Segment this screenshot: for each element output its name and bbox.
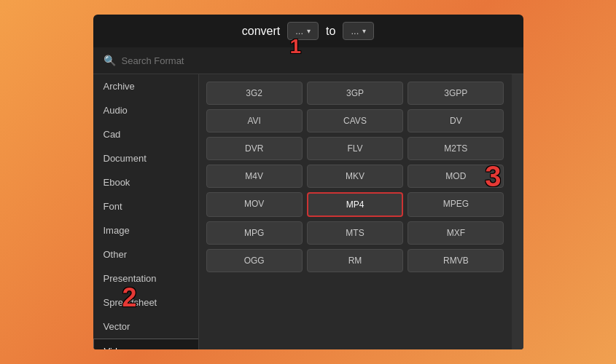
category-item-presentation[interactable]: Presentation <box>93 266 198 290</box>
category-item-video[interactable]: Video› <box>93 339 198 349</box>
search-icon: 🔍 <box>104 55 116 66</box>
format-btn-mts[interactable]: MTS <box>307 221 403 245</box>
main-content: ArchiveAudioCadDocumentEbookFontImageOth… <box>93 74 523 349</box>
top-bar: convert ... ▾ to ... ▾ 1 <box>93 15 523 47</box>
format-btn-mpeg[interactable]: MPEG <box>408 192 504 217</box>
search-input[interactable] <box>122 55 513 66</box>
category-item-spreadsheet[interactable]: Spreadsheet <box>93 290 198 314</box>
category-item-document[interactable]: Document <box>93 146 198 170</box>
category-item-image[interactable]: Image <box>93 218 198 242</box>
category-item-other[interactable]: Other <box>93 242 198 266</box>
dropdown-panel: 🔍 ArchiveAudioCadDocumentEbookFontImageO… <box>93 47 523 349</box>
categories-sidebar: ArchiveAudioCadDocumentEbookFontImageOth… <box>93 74 199 349</box>
arrow-right-icon: › <box>185 347 188 350</box>
convert-label: convert <box>242 25 280 38</box>
category-item-font[interactable]: Font <box>93 194 198 218</box>
format-btn-3g2[interactable]: 3G2 <box>206 82 303 105</box>
format-btn-mov[interactable]: MOV <box>206 192 303 217</box>
format-dropdown-2[interactable]: ... ▾ <box>343 22 374 40</box>
format-btn-m4v[interactable]: M4V <box>206 165 303 188</box>
format-btn-rmvb[interactable]: RMVB <box>408 249 504 272</box>
format-btn-3gp[interactable]: 3GP <box>307 82 403 105</box>
category-item-ebook[interactable]: Ebook <box>93 170 198 194</box>
to-label: to <box>326 25 335 38</box>
format-btn-mkv[interactable]: MKV <box>307 165 403 188</box>
category-item-archive[interactable]: Archive <box>93 74 198 98</box>
category-item-cad[interactable]: Cad <box>93 122 198 146</box>
chevron-down-icon-2: ▾ <box>362 27 366 35</box>
format-btn-dvr[interactable]: DVR <box>206 137 303 160</box>
format-btn-flv[interactable]: FLV <box>307 137 403 160</box>
format-btn-3gpp[interactable]: 3GPP <box>408 82 504 105</box>
format-btn-mpg[interactable]: MPG <box>206 221 303 245</box>
main-container: convert ... ▾ to ... ▾ 1 🔍 ArchiveAudioC… <box>93 15 523 349</box>
format-btn-avi[interactable]: AVI <box>206 109 303 132</box>
format-btn-cavs[interactable]: CAVS <box>307 109 403 132</box>
dropdown2-label: ... <box>351 25 359 36</box>
format-btn-m2ts[interactable]: M2TS <box>408 137 504 160</box>
format-btn-mxf[interactable]: MXF <box>408 221 504 245</box>
format-btn-ogg[interactable]: OGG <box>206 249 303 272</box>
format-btn-rm[interactable]: RM <box>307 249 403 272</box>
format-btn-mp4[interactable]: MP4 <box>307 192 403 217</box>
format-grid: 3G23GP3GPPAVICAVSDVDVRFLVM2TSM4VMKVMODMO… <box>199 74 512 349</box>
format-btn-mod[interactable]: MOD <box>408 165 504 188</box>
category-item-audio[interactable]: Audio <box>93 98 198 122</box>
category-item-vector[interactable]: Vector <box>93 314 198 339</box>
chevron-down-icon: ▾ <box>307 27 311 35</box>
step1-badge: 1 <box>290 35 302 58</box>
search-bar: 🔍 <box>93 47 523 74</box>
format-btn-dv[interactable]: DV <box>408 109 504 132</box>
scrollbar[interactable] <box>512 74 523 349</box>
